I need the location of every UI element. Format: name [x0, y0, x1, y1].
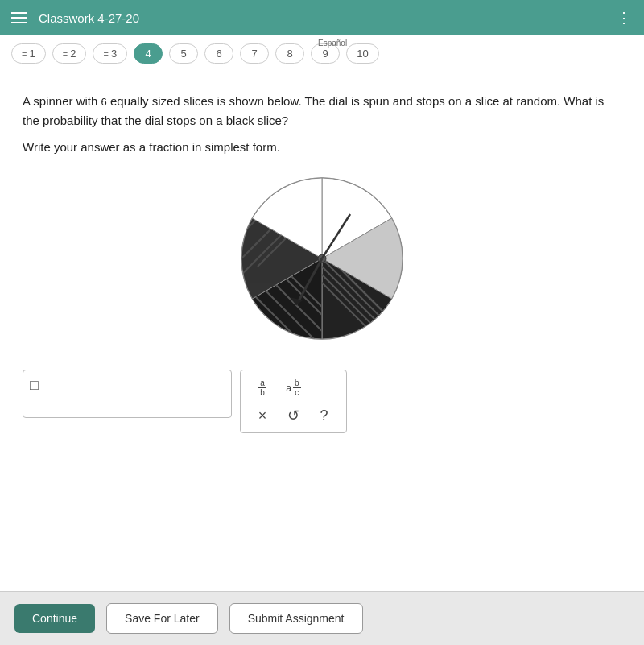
spinner-diagram [23, 170, 621, 347]
mixed-fraction-button[interactable]: abc [283, 377, 303, 399]
answer-area: □ a b abc × ↺ ? [23, 370, 621, 433]
tab-5[interactable]: 5 [169, 43, 198, 64]
tab-10[interactable]: 10 [346, 43, 378, 64]
math-toolbar: a b abc × ↺ ? [240, 370, 347, 433]
footer: Continue Save For Later Submit Assignmen… [0, 591, 644, 645]
header-title: Classwork 4-27-20 [39, 11, 617, 25]
input-cursor: □ [30, 377, 39, 394]
mixed-fraction-icon: abc [286, 378, 300, 397]
espanol-label[interactable]: Español [318, 39, 347, 48]
help-button[interactable]: ? [317, 406, 332, 426]
tab-6[interactable]: 6 [204, 43, 233, 64]
continue-button[interactable]: Continue [14, 604, 95, 633]
menu-icon[interactable] [11, 12, 27, 23]
tab-7[interactable]: 7 [240, 43, 269, 64]
more-options-icon[interactable]: ⋮ [617, 9, 633, 27]
instruction-text: Write your answer as a fraction in simpl… [23, 140, 621, 154]
submit-assignment-button[interactable]: Submit Assignment [229, 603, 363, 634]
question-nav: Español 1 2 3 4 5 6 7 8 9 10 [0, 35, 644, 72]
spinner-svg [233, 170, 411, 347]
tab-2[interactable]: 2 [52, 43, 87, 64]
question-text: A spinner with 6 equally sized slices is… [23, 92, 621, 130]
main-content: A spinner with 6 equally sized slices is… [0, 72, 644, 591]
tab-1[interactable]: 1 [11, 43, 46, 64]
multiply-button[interactable]: × [255, 406, 270, 426]
tab-8[interactable]: 8 [275, 43, 304, 64]
fraction-button[interactable]: a b [255, 377, 270, 399]
tab-3[interactable]: 3 [93, 43, 127, 64]
tab-4[interactable]: 4 [134, 43, 163, 64]
fraction-icon: a b [258, 378, 266, 397]
app-header: Classwork 4-27-20 ⋮ [0, 0, 644, 35]
undo-button[interactable]: ↺ [284, 405, 303, 426]
save-for-later-button[interactable]: Save For Later [106, 603, 218, 634]
fraction-input[interactable]: □ [23, 370, 232, 418]
